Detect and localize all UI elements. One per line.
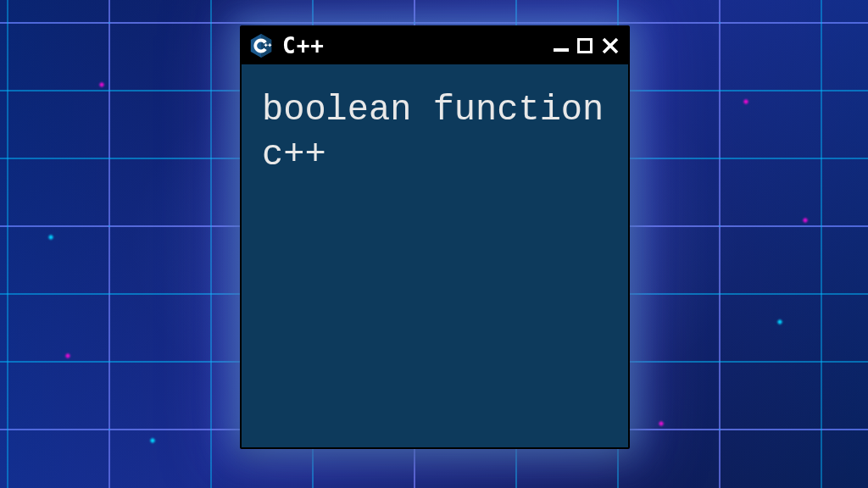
minimize-button[interactable] <box>554 48 569 52</box>
terminal-window: C++ boolean function c++ <box>240 25 630 449</box>
window-controls <box>554 36 620 55</box>
window-titlebar[interactable]: C++ <box>242 27 628 64</box>
close-button[interactable] <box>601 36 620 55</box>
terminal-content[interactable]: boolean function c++ <box>242 64 628 447</box>
svg-rect-5 <box>270 43 270 47</box>
svg-rect-3 <box>265 43 266 47</box>
window-title: C++ <box>282 33 545 58</box>
cpp-logo-icon <box>248 33 274 58</box>
close-icon <box>601 36 620 55</box>
maximize-button[interactable] <box>577 38 593 53</box>
